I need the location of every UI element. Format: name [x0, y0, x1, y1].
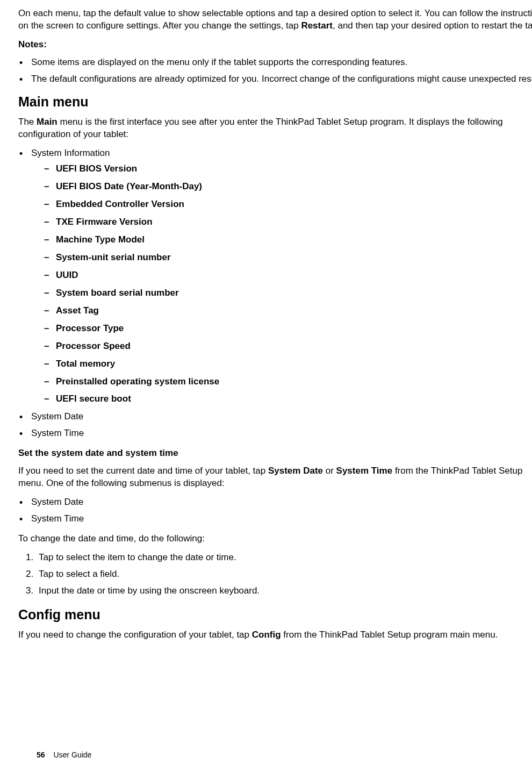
system-information-sublist: UEFI BIOS Version UEFI BIOS Date (Year-M… — [31, 163, 532, 405]
set-dt-a: If you need to set the current date and … — [18, 466, 268, 476]
sysinfo-item: TXE Firmware Version — [44, 216, 532, 228]
system-information-label: System Information — [31, 148, 110, 158]
system-time-bold: System Time — [336, 466, 393, 476]
notes-list: Some items are displayed on the menu onl… — [18, 56, 532, 85]
sysinfo-item: UEFI BIOS Version — [44, 163, 532, 175]
step-item: Tap to select a field. — [26, 568, 532, 581]
sysinfo-item: Total memory — [44, 358, 532, 370]
system-information-item: System Information UEFI BIOS Version UEF… — [18, 147, 532, 405]
change-datetime-intro: To change the date and time, do the foll… — [18, 533, 532, 545]
intro-text-b: , and then tap your desired option to re… — [333, 20, 532, 31]
page-number: 56 — [37, 750, 45, 759]
step-item: Tap to select the item to change the dat… — [26, 552, 532, 564]
system-date-bold: System Date — [268, 466, 323, 476]
config-menu-description: If you need to change the configuration … — [18, 629, 532, 641]
sysinfo-item: Asset Tag — [44, 305, 532, 317]
main-menu-heading: Main menu — [18, 93, 532, 111]
note-item: The default configurations are already o… — [18, 73, 532, 85]
footer-title: User Guide — [54, 750, 92, 759]
main-bold: Main — [37, 117, 57, 127]
main-menu-description: The Main menu is the first interface you… — [18, 116, 532, 141]
step-item: Input the date or time by using the onsc… — [26, 585, 532, 597]
sysinfo-item: System-unit serial number — [44, 252, 532, 264]
sysinfo-item: Machine Type Model — [44, 234, 532, 246]
sysinfo-item: Preinstalled operating system license — [44, 376, 532, 388]
sysinfo-item: UEFI secure boot — [44, 393, 532, 405]
main-desc-a: The — [18, 117, 37, 127]
config-bold: Config — [252, 630, 281, 640]
sysinfo-item: System board serial number — [44, 287, 532, 299]
set-datetime-description: If you need to set the current date and … — [18, 465, 532, 490]
steps-list: Tap to select the item to change the dat… — [18, 552, 532, 597]
system-time-item: System Time — [18, 427, 532, 440]
intro-paragraph: On each menu, tap the default value to s… — [18, 8, 532, 32]
sysinfo-item: UEFI BIOS Date (Year-Month-Day) — [44, 181, 532, 193]
config-desc-b: from the ThinkPad Tablet Setup program m… — [281, 630, 498, 640]
submenu-list: System Date System Time — [18, 496, 532, 525]
config-menu-heading: Config menu — [18, 606, 532, 624]
restart-label: Restart — [301, 20, 333, 31]
main-desc-b: menu is the first interface you see afte… — [18, 117, 503, 139]
page-footer: 56User Guide — [37, 750, 91, 760]
notes-heading: Notes: — [18, 39, 532, 51]
sysinfo-item: Processor Speed — [44, 340, 532, 353]
config-desc-a: If you need to change the configuration … — [18, 630, 252, 640]
set-datetime-subheading: Set the system date and system time — [18, 447, 532, 460]
set-dt-or: or — [323, 466, 336, 476]
sysinfo-item: Processor Type — [44, 323, 532, 335]
submenu-item: System Date — [18, 496, 532, 509]
sysinfo-item: UUID — [44, 269, 532, 282]
submenu-item: System Time — [18, 513, 532, 525]
sysinfo-item: Embedded Controller Version — [44, 198, 532, 211]
system-date-item: System Date — [18, 411, 532, 423]
note-item: Some items are displayed on the menu onl… — [18, 56, 532, 69]
main-menu-list: System Information UEFI BIOS Version UEF… — [18, 147, 532, 440]
